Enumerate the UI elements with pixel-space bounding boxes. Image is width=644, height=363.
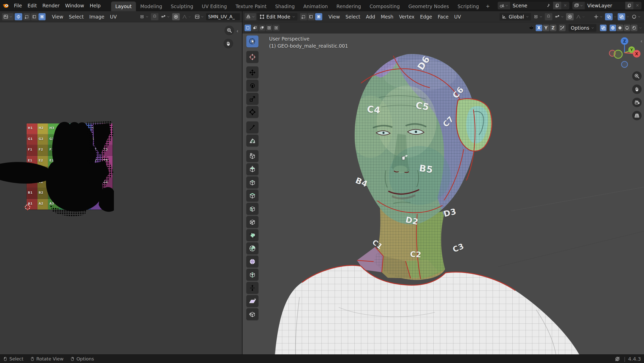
snap-base-icon-button[interactable] xyxy=(559,25,566,31)
select-mode-face[interactable] xyxy=(315,13,322,20)
tool-tweak[interactable] xyxy=(246,35,258,47)
camera-view-button[interactable] xyxy=(632,98,641,107)
mirror-z-toggle[interactable]: Z xyxy=(550,25,556,31)
tab-modeling[interactable]: Modeling xyxy=(136,2,166,11)
select-mode-face[interactable] xyxy=(38,13,46,20)
navigation-gizmo[interactable]: Z Y X xyxy=(608,35,641,68)
tool-poly-build[interactable] xyxy=(246,229,258,241)
sidebar-collapse-arrow[interactable]: ‹ xyxy=(640,38,642,44)
shading-material-preview-button[interactable] xyxy=(624,25,630,31)
tool-shear[interactable] xyxy=(246,295,258,307)
select-mode-edge[interactable] xyxy=(31,13,38,20)
tab-animation[interactable]: Animation xyxy=(299,2,332,11)
tab-rendering[interactable]: Rendering xyxy=(332,2,365,11)
tab-sculpting[interactable]: Sculpting xyxy=(167,2,198,11)
image-name-field[interactable]: SMN_UV_A_ xyxy=(206,13,240,20)
tab-shading[interactable]: Shading xyxy=(271,2,299,11)
viewport-canvas[interactable]: User Perspective (1) GEO-body_male_reali… xyxy=(243,33,644,354)
ie-menu-image[interactable]: Image xyxy=(87,13,107,21)
tool-knife[interactable] xyxy=(246,216,258,228)
zoom-in-button[interactable] xyxy=(632,71,641,81)
shading-rendered-button[interactable] xyxy=(631,25,637,31)
vp-menu-select[interactable]: Select xyxy=(343,13,363,21)
menu-help[interactable]: Help xyxy=(87,2,103,9)
mirror-x-toggle[interactable]: X xyxy=(536,25,542,31)
tool-loop-cut[interactable] xyxy=(246,203,258,215)
select-option-extend[interactable] xyxy=(252,25,258,31)
vp-menu-mesh[interactable]: Mesh xyxy=(378,13,396,21)
vp-menu-add[interactable]: Add xyxy=(363,13,378,21)
tool-extrude-region[interactable] xyxy=(246,163,258,175)
tool-measure[interactable] xyxy=(246,135,258,147)
tab-texture-paint[interactable]: Texture Paint xyxy=(231,2,271,11)
ie-menu-select[interactable]: Select xyxy=(66,13,87,21)
vp-menu-vertex[interactable]: Vertex xyxy=(396,13,417,21)
uv-sync-toggle[interactable] xyxy=(15,13,22,20)
menu-file[interactable]: File xyxy=(11,2,25,9)
options-dropdown[interactable]: Options xyxy=(569,24,596,32)
tab-uv-editing[interactable]: UV Editing xyxy=(197,2,231,11)
xray-toggle[interactable] xyxy=(600,25,607,31)
mode-dropdown[interactable]: Edit Mode xyxy=(257,13,297,21)
ie-menu-view[interactable]: View xyxy=(49,13,66,21)
tool-transform[interactable] xyxy=(246,106,258,118)
select-option-invert[interactable] xyxy=(266,25,272,31)
tool-rotate[interactable] xyxy=(246,80,258,92)
tool-add-cube[interactable] xyxy=(246,150,258,162)
tool-bevel[interactable] xyxy=(246,190,258,202)
editor-type-button[interactable] xyxy=(245,13,256,20)
viewlayer-name[interactable]: ViewLayer xyxy=(587,3,612,8)
mirror-y-toggle[interactable]: Y xyxy=(543,25,549,31)
add-workspace-button[interactable]: + xyxy=(483,1,492,11)
scene-delete-button[interactable]: ✕ xyxy=(561,2,569,9)
toggle-perspective-button[interactable] xyxy=(632,111,641,120)
select-mode-vertex[interactable] xyxy=(300,13,307,20)
image-browse-button[interactable] xyxy=(193,13,205,20)
show-gizmo-dropdown[interactable] xyxy=(592,13,604,20)
select-mode-vertex[interactable] xyxy=(23,13,30,20)
snap-toggle[interactable] xyxy=(151,13,158,20)
tool-annotate[interactable] xyxy=(246,121,258,133)
select-option-set[interactable] xyxy=(245,25,251,31)
scene-browse-button[interactable] xyxy=(498,2,510,9)
pin-icon[interactable] xyxy=(547,4,551,8)
vp-menu-face[interactable]: Face xyxy=(435,13,451,21)
viewlayer-browse-button[interactable] xyxy=(572,2,585,9)
ie-menu-uv[interactable]: UV xyxy=(107,13,119,21)
vp-menu-edge[interactable]: Edge xyxy=(417,13,435,21)
menu-render[interactable]: Render xyxy=(40,2,63,9)
pivot-point-dropdown[interactable] xyxy=(138,13,150,20)
tool-spin[interactable] xyxy=(246,242,258,254)
tab-layout[interactable]: Layout xyxy=(111,2,136,11)
xray-toggle[interactable] xyxy=(618,13,625,20)
pan-hand-button[interactable] xyxy=(632,85,641,94)
menu-edit[interactable]: Edit xyxy=(25,2,40,9)
tool-smooth[interactable] xyxy=(246,256,258,267)
tab-geometry-nodes[interactable]: Geometry Nodes xyxy=(404,2,453,11)
tab-scripting[interactable]: Scripting xyxy=(453,2,483,11)
select-option-subtract[interactable] xyxy=(259,25,265,31)
viewlayer-copy-button[interactable] xyxy=(625,2,633,9)
tool-move[interactable] xyxy=(246,66,258,78)
select-option-intersect[interactable] xyxy=(273,25,279,31)
zoom-in-button[interactable] xyxy=(225,26,234,35)
tool-cursor[interactable] xyxy=(246,51,258,63)
proportional-falloff-dropdown[interactable] xyxy=(181,13,192,20)
pivot-point-dropdown[interactable] xyxy=(532,13,544,20)
menu-window[interactable]: Window xyxy=(62,2,87,9)
tool-inset-faces[interactable] xyxy=(246,176,258,188)
scene-name[interactable]: Scene xyxy=(513,3,527,8)
tool-rip-region[interactable] xyxy=(246,308,258,320)
snap-settings-dropdown[interactable] xyxy=(553,13,565,20)
snap-toggle[interactable] xyxy=(545,13,552,20)
viewlayer-delete-button[interactable]: ✕ xyxy=(633,2,641,9)
offline-globe-icon[interactable] xyxy=(615,356,620,362)
tool-scale[interactable] xyxy=(246,93,258,105)
sidebar-collapse-arrow[interactable]: ‹ xyxy=(236,28,238,34)
editor-type-button[interactable] xyxy=(2,13,14,20)
shading-wireframe-button[interactable] xyxy=(610,25,616,31)
vp-menu-uv[interactable]: UV xyxy=(451,13,464,21)
pan-hand-button[interactable] xyxy=(224,39,233,48)
tab-compositing[interactable]: Compositing xyxy=(365,2,404,11)
select-mode-edge[interactable] xyxy=(308,13,315,20)
